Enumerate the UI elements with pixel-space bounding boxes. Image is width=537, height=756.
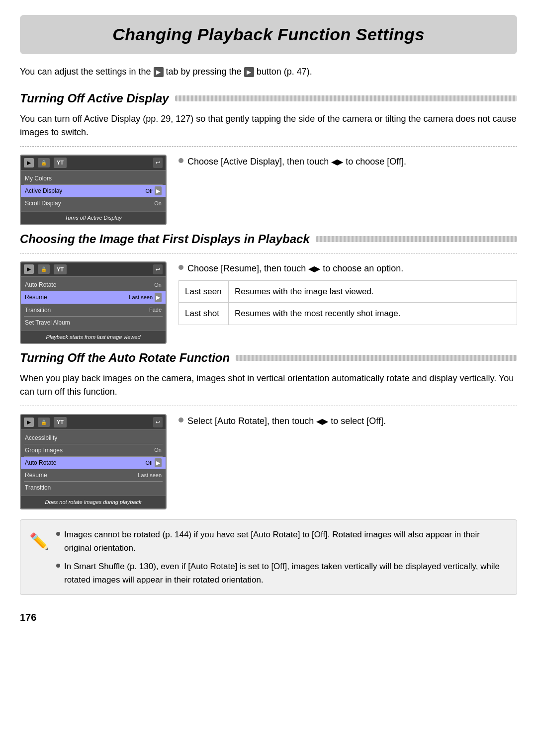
section1-instruction: Choose [Active Display], then touch ◀▶ t… <box>179 155 517 174</box>
lcd-tab-yt: YT <box>54 158 67 168</box>
lcd-row-scrolldisplay: Scroll Display On <box>21 197 166 209</box>
section1-desc: You can turn off Active Display (pp. 29,… <box>20 112 517 139</box>
section3-content-row: ▶ 🔒 YT ↩ Accessibility Group Images On A… <box>20 414 517 509</box>
lcd-tab-lock: 🔒 <box>38 158 50 168</box>
lcd3-tab-yt: YT <box>54 417 67 427</box>
section3-lcd-footer: Does not rotate images during playback <box>21 496 166 508</box>
section1-lcd-topbar: ▶ 🔒 YT ↩ <box>21 156 166 170</box>
lcd-row-mycolors: My Colors <box>21 172 166 184</box>
section1-header-bar <box>175 95 517 101</box>
note-content: Images cannot be rotated (p. 144) if you… <box>56 528 508 587</box>
intro-paragraph: You can adjust the settings in the ▶ tab… <box>20 65 517 79</box>
section1-content-row: ▶ 🔒 YT ↩ My Colors Active Display Off ▶ … <box>20 155 517 225</box>
option-desc-lastshot: Resumes with the most recently shot imag… <box>229 303 517 325</box>
section1-lcd-rows: My Colors Active Display Off ▶ Scroll Di… <box>21 170 166 212</box>
lcd3-tab-lock: 🔒 <box>38 418 50 427</box>
section3-header: Turning Off the Auto Rotate Function <box>20 349 517 367</box>
section3-bullet: Select [Auto Rotate], then touch ◀▶ to s… <box>179 414 517 428</box>
section3-header-bar <box>236 355 517 361</box>
lcd2-row-settravelalbum: Set Travel Album <box>21 317 166 329</box>
section3-instruction: Select [Auto Rotate], then touch ◀▶ to s… <box>179 414 517 433</box>
section3-title: Turning Off the Auto Rotate Function <box>20 349 230 367</box>
lcd-back-btn: ↩ <box>153 158 163 168</box>
section1-header: Turning Off Active Display <box>20 89 517 107</box>
note-pencil-icon: ✏️ <box>29 529 49 554</box>
section2-instruction: Choose [Resume], then touch ◀▶ to choose… <box>179 261 517 325</box>
section2-lcd-topbar: ▶ 🔒 YT ↩ <box>21 262 166 277</box>
section2-options-table: Last seen Resumes with the image last vi… <box>179 280 517 325</box>
lcd2-row-autorotate: Auto Rotate On <box>21 279 166 291</box>
note-item-1: Images cannot be rotated (p. 144) if you… <box>56 528 508 555</box>
section2-lcd: ▶ 🔒 YT ↩ Auto Rotate On Resume Last seen… <box>20 261 167 344</box>
section2-content-row: ▶ 🔒 YT ↩ Auto Rotate On Resume Last seen… <box>20 261 517 344</box>
lcd2-tab-yt: YT <box>54 264 67 275</box>
table-row: Last shot Resumes with the most recently… <box>179 303 517 325</box>
table-row: Last seen Resumes with the image last vi… <box>179 281 517 303</box>
lcd3-row-autorotate: Auto Rotate Off ▶ <box>21 457 166 469</box>
playback-icon-1: ▶ <box>154 67 164 77</box>
page-title: Changing Playback Function Settings <box>30 22 507 47</box>
page-number: 176 <box>20 610 517 625</box>
lcd2-tab-play: ▶ <box>24 264 34 274</box>
section1-title: Turning Off Active Display <box>20 89 169 107</box>
section2-title: Choosing the Image that First Displays i… <box>20 230 310 248</box>
bullet2-icon <box>179 265 183 270</box>
lcd2-row-transition: Transition Fade <box>21 304 166 316</box>
section3-lcd-topbar: ▶ 🔒 YT ↩ <box>21 415 166 430</box>
lcd2-row-resume: Resume Last seen ▶ <box>21 291 166 304</box>
lcd3-row-groupimages: Group Images On <box>21 444 166 456</box>
section3-divider <box>20 406 517 406</box>
section2-divider <box>20 253 517 253</box>
section2-lcd-footer: Playback starts from last image viewed <box>21 331 166 343</box>
section1-divider <box>20 146 517 147</box>
note-box: ✏️ Images cannot be rotated (p. 144) if … <box>20 519 517 595</box>
page-title-box: Changing Playback Function Settings <box>20 15 517 54</box>
bullet3-icon <box>179 418 183 422</box>
section3-lcd: ▶ 🔒 YT ↩ Accessibility Group Images On A… <box>20 414 167 509</box>
section2-header: Choosing the Image that First Displays i… <box>20 230 517 248</box>
lcd-row-activedisplay: Active Display Off ▶ <box>21 185 166 197</box>
lcd2-tab-lock: 🔒 <box>38 264 50 274</box>
section2-lcd-rows: Auto Rotate On Resume Last seen ▶ Transi… <box>21 277 166 331</box>
note-bullet-2 <box>56 564 60 568</box>
lcd2-back-btn: ↩ <box>153 264 163 275</box>
lcd3-row-accessibility: Accessibility <box>21 432 166 444</box>
section1-bullet: Choose [Active Display], then touch ◀▶ t… <box>179 155 517 169</box>
note-item-2: In Smart Shuffle (p. 130), even if [Auto… <box>56 560 508 587</box>
option-desc-lastseen: Resumes with the image last viewed. <box>229 281 517 303</box>
section1-lcd: ▶ 🔒 YT ↩ My Colors Active Display Off ▶ … <box>20 155 167 225</box>
lcd3-row-transition: Transition <box>21 482 166 494</box>
section2-bullet: Choose [Resume], then touch ◀▶ to choose… <box>179 261 517 276</box>
option-label-lastshot: Last shot <box>179 303 229 325</box>
lcd3-row-resume: Resume Last seen <box>21 469 166 481</box>
section2-header-bar <box>316 236 517 242</box>
lcd3-back-btn: ↩ <box>153 417 163 427</box>
section3-lcd-rows: Accessibility Group Images On Auto Rotat… <box>21 430 166 496</box>
lcd-tab-play: ▶ <box>24 158 34 168</box>
playback-icon-2: ▶ <box>244 67 254 77</box>
note-bullet-1 <box>56 532 60 536</box>
bullet-icon <box>179 158 183 163</box>
lcd3-tab-play: ▶ <box>24 418 34 427</box>
option-label-lastseen: Last seen <box>179 281 229 303</box>
section3-desc: When you play back images on the camera,… <box>20 372 517 399</box>
section1-lcd-footer: Turns off Active Display <box>21 211 166 224</box>
